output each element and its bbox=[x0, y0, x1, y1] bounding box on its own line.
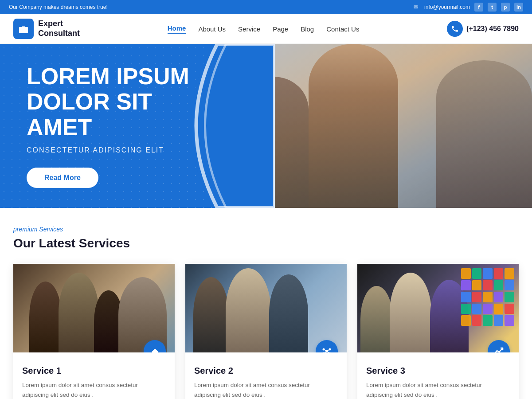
service-3-title: Service 3 bbox=[366, 366, 510, 376]
main-nav: Home About Us Service Page Blog Contact … bbox=[168, 24, 360, 34]
nav-home[interactable]: Home bbox=[168, 24, 186, 34]
logo-icon bbox=[13, 19, 34, 39]
service-card-3-image bbox=[357, 264, 519, 352]
svg-line-10 bbox=[324, 351, 327, 352]
services-section: premium Services Our Latest Services ◆ S… bbox=[0, 208, 532, 399]
service-1-text: Lorem ipsum dolor sit amet consus sectet… bbox=[22, 380, 166, 399]
phone-area: (+123) 456 7890 bbox=[447, 21, 519, 37]
top-bar-tagline-area: Our Company makes dreams comes true! bbox=[9, 4, 108, 10]
nav-about[interactable]: About Us bbox=[198, 25, 226, 33]
services-section-title: Our Latest Services bbox=[13, 236, 519, 250]
linkedin-icon[interactable]: in bbox=[514, 3, 523, 12]
service-3-icon-badge bbox=[488, 340, 510, 352]
hero-title: LOREM IPSUM DOLOR SIT AMET bbox=[27, 64, 195, 140]
service-1-title: Service 1 bbox=[22, 366, 166, 376]
svg-line-11 bbox=[327, 351, 330, 352]
nav-contact[interactable]: Contact Us bbox=[326, 25, 359, 33]
person-art-2c bbox=[269, 274, 308, 352]
hero-curve-svg bbox=[177, 44, 275, 208]
header: Expert Consultant Home About Us Service … bbox=[0, 14, 532, 44]
twitter-icon[interactable]: t bbox=[488, 3, 497, 12]
service-2-icon-badge bbox=[316, 340, 338, 352]
nav-page[interactable]: Page bbox=[273, 25, 288, 33]
services-tag: premium Services bbox=[13, 226, 519, 233]
person-art-3b bbox=[390, 273, 432, 352]
service-card-3: Service 3 Lorem ipsum dolor sit amet con… bbox=[357, 264, 519, 399]
announcement-text: Our Company makes dreams comes true! bbox=[9, 4, 108, 10]
service-card-1-body: Service 1 Lorem ipsum dolor sit amet con… bbox=[13, 352, 175, 399]
services-grid: ◆ Service 1 Lorem ipsum dolor sit amet c… bbox=[13, 264, 519, 399]
hero-image-area bbox=[213, 44, 532, 208]
service-1-icon: ◆ bbox=[152, 346, 158, 352]
phone-icon-circle bbox=[447, 21, 463, 37]
service-card-2-image bbox=[185, 264, 347, 352]
service-2-icon bbox=[321, 346, 332, 352]
svg-rect-2 bbox=[19, 27, 28, 28]
hero-section: LOREM IPSUM DOLOR SIT AMET CONSECTETUR A… bbox=[0, 44, 532, 208]
top-bar-contact: ✉ info@yourmail.com f t p in bbox=[414, 3, 523, 12]
briefcase-icon bbox=[17, 23, 30, 35]
person-art-1b bbox=[59, 273, 99, 352]
nav-service[interactable]: Service bbox=[238, 25, 260, 33]
service-card-2-body: Service 2 Lorem ipsum dolor sit amet con… bbox=[185, 352, 347, 399]
service-3-icon bbox=[493, 346, 504, 352]
service-card-2: Service 2 Lorem ipsum dolor sit amet con… bbox=[185, 264, 347, 399]
top-bar: Our Company makes dreams comes true! ✉ i… bbox=[0, 0, 532, 14]
nav-blog[interactable]: Blog bbox=[301, 25, 314, 33]
hero-cta-button[interactable]: Read More bbox=[27, 168, 98, 188]
service-card-1-image: ◆ bbox=[13, 264, 175, 352]
person-art-2a bbox=[193, 277, 229, 352]
service-2-text: Lorem ipsum dolor sit amet consus sectet… bbox=[194, 380, 338, 399]
email-icon: ✉ bbox=[414, 4, 418, 10]
sticky-notes bbox=[461, 268, 514, 326]
person-art-3a bbox=[360, 286, 393, 352]
service-card-3-body: Service 3 Lorem ipsum dolor sit amet con… bbox=[357, 352, 519, 399]
phone-icon bbox=[451, 25, 459, 33]
hero-subtitle: CONSECTETUR ADIPISCING ELIT bbox=[27, 146, 195, 154]
person-art-2b bbox=[226, 268, 271, 352]
email-text: info@yourmail.com bbox=[424, 4, 470, 10]
person-art-1a bbox=[29, 282, 62, 352]
service-2-title: Service 2 bbox=[194, 366, 338, 376]
logo-text: Expert Consultant bbox=[38, 19, 80, 38]
pinterest-icon[interactable]: p bbox=[501, 3, 510, 12]
service-card-1: ◆ Service 1 Lorem ipsum dolor sit amet c… bbox=[13, 264, 175, 399]
logo: Expert Consultant bbox=[13, 19, 80, 39]
phone-number: (+123) 456 7890 bbox=[466, 25, 519, 33]
service-3-text: Lorem ipsum dolor sit amet consus sectet… bbox=[366, 380, 510, 399]
facebook-icon[interactable]: f bbox=[474, 3, 483, 12]
